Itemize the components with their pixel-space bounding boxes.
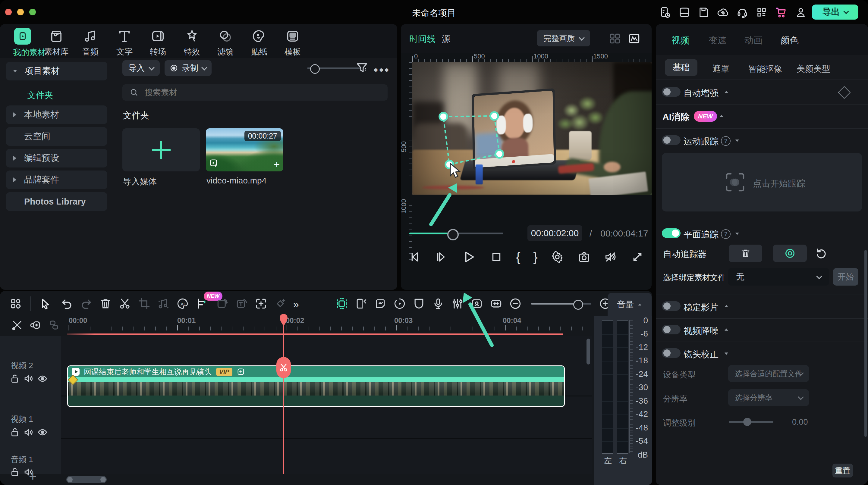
expand-icon[interactable] bbox=[13, 112, 16, 117]
record-button[interactable]: 录制 bbox=[164, 60, 212, 76]
tab-effects[interactable]: 特效 bbox=[183, 28, 201, 57]
resolution-dropdown[interactable]: 选择分辨率 bbox=[728, 389, 809, 406]
cart-icon[interactable] bbox=[775, 6, 788, 19]
import-button[interactable]: 导入 bbox=[122, 60, 160, 76]
scrub-handle[interactable] bbox=[447, 229, 459, 240]
screen-record-icon[interactable] bbox=[254, 297, 268, 310]
scroll-handle-left[interactable] bbox=[67, 477, 73, 482]
split-playhead-icon[interactable] bbox=[11, 319, 24, 331]
delete-icon[interactable] bbox=[99, 297, 112, 310]
keyframe-add-icon[interactable] bbox=[274, 297, 287, 310]
collapse-icon[interactable] bbox=[724, 328, 728, 331]
crop-icon[interactable] bbox=[137, 297, 151, 310]
eye-icon[interactable] bbox=[37, 373, 48, 384]
delete-tracker-button[interactable] bbox=[729, 245, 762, 262]
auto-enhance-toggle[interactable] bbox=[662, 87, 681, 97]
layout-icon[interactable] bbox=[678, 6, 691, 19]
snapshot-icon[interactable] bbox=[577, 250, 591, 264]
lens-correction-toggle[interactable] bbox=[662, 348, 681, 358]
zoom-out-icon[interactable] bbox=[509, 297, 522, 310]
fullscreen-icon[interactable] bbox=[630, 250, 644, 264]
tab-video[interactable]: 视频 bbox=[672, 34, 689, 47]
account-icon[interactable] bbox=[795, 6, 807, 19]
planar-tracking-overlay[interactable] bbox=[412, 62, 652, 195]
lock-icon[interactable] bbox=[9, 373, 21, 384]
reset-tracker-icon[interactable] bbox=[815, 247, 828, 260]
text-to-speech-icon[interactable] bbox=[235, 297, 248, 310]
collapse-icon[interactable] bbox=[720, 115, 723, 117]
auto-ripple-icon[interactable] bbox=[335, 297, 348, 310]
more-options-icon[interactable]: ••• bbox=[374, 63, 390, 77]
quality-dropdown[interactable]: 完整画质 bbox=[537, 30, 590, 46]
add-to-timeline-icon[interactable]: + bbox=[274, 158, 280, 170]
preview-video[interactable] bbox=[412, 62, 652, 195]
expand-icon[interactable] bbox=[724, 352, 728, 355]
timeline-clip[interactable]: 网课结束后老师和学生相互说再见镜头 VIP bbox=[67, 365, 565, 407]
planar-tracking-toggle[interactable] bbox=[662, 228, 681, 238]
start-tracking-button[interactable]: 开始 bbox=[833, 268, 858, 286]
device-type-dropdown[interactable]: 选择合适的配置文件 bbox=[728, 365, 809, 382]
play-icon[interactable] bbox=[461, 250, 476, 264]
tab-transition[interactable]: 转场 bbox=[149, 28, 167, 57]
cloud-sync-icon[interactable] bbox=[717, 6, 730, 19]
slider-handle[interactable] bbox=[310, 64, 320, 74]
save-icon[interactable] bbox=[698, 6, 710, 19]
speaker-icon[interactable] bbox=[23, 426, 34, 438]
help-icon[interactable]: ? bbox=[721, 136, 731, 146]
eye-icon[interactable] bbox=[37, 426, 48, 438]
adjust-level-slider[interactable] bbox=[729, 421, 773, 423]
import-media-card[interactable] bbox=[122, 128, 200, 171]
ai-color-icon[interactable]: AI bbox=[176, 297, 189, 310]
timeline-zoom-slider[interactable] bbox=[531, 303, 591, 304]
project-manager-icon[interactable] bbox=[659, 6, 672, 19]
tab-stock-media[interactable]: 素材库 bbox=[43, 28, 69, 57]
playback-settings-icon[interactable] bbox=[550, 250, 564, 264]
tab-source-view[interactable]: 源 bbox=[442, 33, 451, 45]
collapse-icon[interactable] bbox=[724, 305, 728, 307]
more-tools-icon[interactable]: » bbox=[293, 298, 299, 311]
beat-detect-icon[interactable] bbox=[157, 297, 170, 310]
sidebar-item-presets[interactable]: 编辑预设 bbox=[6, 149, 107, 167]
start-tracking-box[interactable]: 点击开始跟踪 bbox=[662, 153, 862, 212]
mute-icon[interactable] bbox=[604, 250, 618, 264]
sidebar-item-brand[interactable]: 品牌套件 bbox=[6, 170, 107, 189]
tab-speed[interactable]: 变速 bbox=[709, 34, 727, 47]
video-clip-card[interactable]: 00:00:27 + bbox=[206, 128, 283, 171]
mark-out-icon[interactable]: } bbox=[533, 250, 538, 264]
export-button[interactable]: 导出 bbox=[812, 4, 858, 20]
tab-my-media[interactable]: 我的素材 bbox=[13, 28, 32, 58]
speed-icon[interactable] bbox=[393, 297, 406, 310]
toolbox-icon[interactable] bbox=[9, 297, 22, 310]
track-header-video1[interactable]: 视频 1 bbox=[0, 409, 61, 448]
split-icon[interactable] bbox=[118, 297, 131, 310]
bind-file-dropdown[interactable]: 无 bbox=[728, 268, 829, 286]
search-input[interactable] bbox=[144, 88, 388, 98]
split-view-icon[interactable] bbox=[608, 32, 621, 45]
add-track-icon[interactable]: + bbox=[29, 471, 37, 482]
clip-speaker-icon[interactable] bbox=[470, 297, 484, 310]
track-header-video2[interactable]: 视频 2 bbox=[0, 354, 61, 393]
expand-icon[interactable] bbox=[13, 156, 16, 161]
sidebar-item-project[interactable]: 项目素材 bbox=[6, 62, 107, 80]
playhead-pin[interactable] bbox=[280, 314, 287, 326]
thumbnail-size-slider[interactable] bbox=[307, 67, 361, 69]
support-headset-icon[interactable] bbox=[736, 6, 749, 19]
help-icon[interactable]: ? bbox=[721, 229, 731, 239]
scopes-icon[interactable] bbox=[627, 32, 641, 45]
timeline-hscrollbar[interactable] bbox=[66, 476, 107, 483]
subtab-cutout[interactable]: 智能抠像 bbox=[748, 63, 782, 75]
timeline-vscrollbar[interactable] bbox=[587, 338, 590, 364]
undo-icon[interactable] bbox=[60, 297, 73, 310]
tab-templates[interactable]: 模板 bbox=[284, 28, 302, 57]
keyframe-diamond-icon[interactable] bbox=[838, 86, 850, 99]
reset-button[interactable]: 重置 bbox=[832, 463, 853, 478]
clip-keyframe-strip[interactable] bbox=[68, 377, 564, 382]
subtab-beauty[interactable]: 美颜美型 bbox=[797, 63, 830, 75]
subtab-basic[interactable]: 基础 bbox=[665, 59, 698, 76]
group-clips-icon[interactable] bbox=[48, 319, 60, 331]
show-tracker-button[interactable] bbox=[773, 245, 807, 262]
tab-timeline-view[interactable]: 时间线 bbox=[409, 33, 435, 45]
expand-icon[interactable] bbox=[13, 177, 16, 182]
tab-audio[interactable]: 音频 bbox=[82, 28, 99, 57]
mask-icon[interactable] bbox=[412, 297, 426, 310]
